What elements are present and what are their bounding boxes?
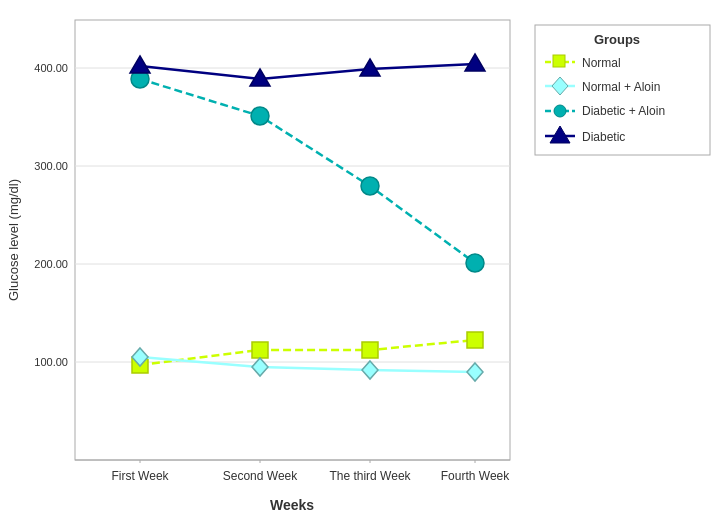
normal-marker-3 <box>362 342 378 358</box>
y-tick-300: 300.00 <box>34 160 68 172</box>
diabetic-aloin-marker-3 <box>361 177 379 195</box>
diabetic-aloin-marker-4 <box>466 254 484 272</box>
legend-title: Groups <box>594 32 640 47</box>
normal-marker-4 <box>467 332 483 348</box>
legend-diabetic-label: Diabetic <box>582 130 625 144</box>
x-label-2: Second Week <box>223 469 298 483</box>
normal-marker-2 <box>252 342 268 358</box>
y-tick-200: 200.00 <box>34 258 68 270</box>
legend-diabetic-aloin-marker <box>554 105 566 117</box>
diabetic-aloin-marker-2 <box>251 107 269 125</box>
chart-container: 100.00 200.00 300.00 400.00 Glucose leve… <box>0 0 721 527</box>
y-tick-100: 100.00 <box>34 356 68 368</box>
legend-normal-aloin-label: Normal + Aloin <box>582 80 660 94</box>
legend-normal-marker <box>553 55 565 67</box>
x-label-3: The third Week <box>329 469 411 483</box>
x-label-1: First Week <box>111 469 169 483</box>
x-label-4: Fourth Week <box>441 469 510 483</box>
y-tick-400: 400.00 <box>34 62 68 74</box>
legend-diabetic-aloin-label: Diabetic + Aloin <box>582 104 665 118</box>
legend-normal-label: Normal <box>582 56 621 70</box>
x-axis-label: Weeks <box>270 497 314 513</box>
main-chart: 100.00 200.00 300.00 400.00 Glucose leve… <box>0 0 721 527</box>
y-axis-label: Glucose level (mg/dl) <box>6 179 21 301</box>
